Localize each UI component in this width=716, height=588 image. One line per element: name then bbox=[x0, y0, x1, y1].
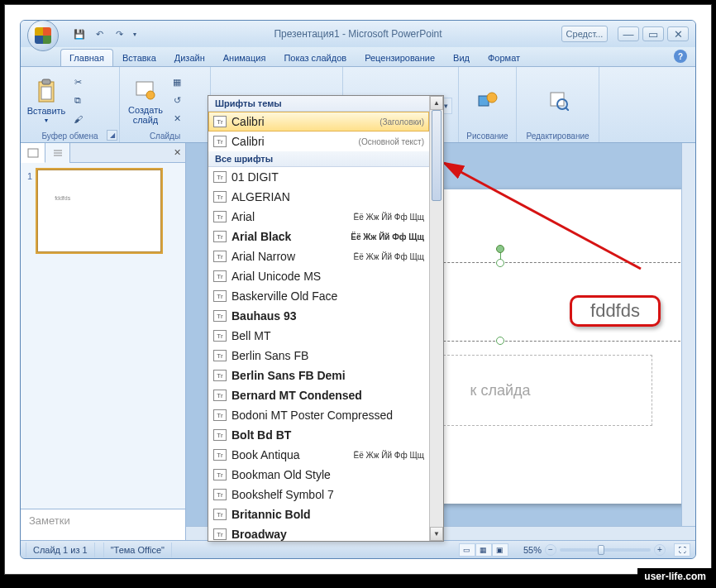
reset-button[interactable]: ↺ bbox=[168, 93, 186, 109]
truetype-icon: Tr bbox=[213, 330, 227, 342]
font-item[interactable]: TrBookshelf Symbol 7 bbox=[208, 485, 429, 504]
font-item[interactable]: TrALGERIAN bbox=[208, 187, 429, 207]
delete-button[interactable]: ✕ bbox=[168, 111, 186, 127]
clipboard-launcher[interactable]: ◢ bbox=[107, 130, 117, 141]
slides-tab[interactable] bbox=[21, 143, 45, 163]
font-item[interactable]: Tr01 DIGIT bbox=[208, 167, 429, 187]
tab-review[interactable]: Рецензирование bbox=[356, 49, 444, 66]
format-painter-button[interactable]: 🖌 bbox=[69, 111, 87, 127]
paste-button[interactable]: Вставить ▼ bbox=[27, 74, 65, 128]
zoom-in-button[interactable]: + bbox=[654, 544, 666, 556]
svg-line-14 bbox=[444, 163, 641, 269]
svg-point-6 bbox=[487, 93, 497, 103]
save-button[interactable]: 💾 bbox=[70, 25, 88, 43]
truetype-icon: Tr bbox=[213, 211, 227, 222]
cut-button[interactable]: ✂ bbox=[69, 74, 87, 91]
redo-button[interactable]: ↷ bbox=[110, 25, 128, 43]
font-item[interactable]: TrArial Unicode MS bbox=[208, 266, 429, 286]
font-item[interactable]: TrBauhaus 93 bbox=[208, 306, 429, 326]
qat-customize-button[interactable]: ▾ bbox=[130, 25, 140, 43]
tab-view[interactable]: Вид bbox=[444, 49, 479, 66]
font-item[interactable]: TrBolt Bd BT bbox=[208, 425, 429, 445]
fit-button[interactable]: ⛶ bbox=[674, 543, 690, 557]
copy-button[interactable]: ⧉ bbox=[69, 93, 87, 109]
font-item[interactable]: TrBritannic Bold bbox=[208, 504, 429, 524]
font-item[interactable]: TrBaskerville Old Face bbox=[208, 286, 429, 306]
layout-button[interactable]: ▦ bbox=[168, 74, 186, 91]
editing-button[interactable] bbox=[531, 74, 585, 128]
tab-slideshow[interactable]: Показ слайдов bbox=[274, 49, 356, 66]
font-item[interactable]: TrBernard MT Condensed bbox=[208, 385, 429, 405]
help-icon[interactable]: ? bbox=[674, 50, 687, 63]
zoom-thumb[interactable] bbox=[598, 545, 604, 555]
truetype-icon: Tr bbox=[213, 390, 227, 401]
font-name: Bookman Old Style bbox=[232, 468, 331, 481]
font-name: Baskerville Old Face bbox=[232, 289, 337, 303]
truetype-icon: Tr bbox=[213, 270, 227, 282]
tab-design[interactable]: Дизайн bbox=[165, 49, 214, 66]
ribbon-tabs: Главная Вставка Дизайн Анимация Показ сл… bbox=[21, 47, 695, 67]
font-sample: Ёё Жж Йй Фф Щщ bbox=[354, 252, 424, 261]
contextual-tab-tools[interactable]: Средст... bbox=[561, 26, 608, 42]
status-slide-count: Слайд 1 из 1 bbox=[26, 543, 95, 557]
thumb-title-text: fddfds bbox=[55, 195, 70, 201]
drawing-button[interactable] bbox=[465, 74, 509, 128]
panel-close-button[interactable]: ✕ bbox=[169, 143, 185, 162]
font-item[interactable]: TrArial BlackЁё Жж Йй Фф Щщ bbox=[208, 227, 429, 246]
font-item[interactable]: TrBerlin Sans FB Demi bbox=[208, 366, 429, 385]
zoom-out-button[interactable]: − bbox=[545, 544, 556, 556]
truetype-icon: Tr bbox=[213, 171, 227, 183]
truetype-icon: Tr bbox=[213, 350, 227, 361]
watermark: user-life.com bbox=[637, 568, 713, 585]
font-item[interactable]: TrBell MT bbox=[208, 326, 429, 346]
font-item[interactable]: TrArialЁё Жж Йй Фф Щщ bbox=[208, 207, 429, 227]
restore-button[interactable]: ▭ bbox=[642, 26, 664, 41]
font-name: Bell MT bbox=[232, 329, 270, 342]
tab-format[interactable]: Формат bbox=[479, 49, 529, 66]
new-slide-button[interactable]: Создать слайд bbox=[126, 74, 165, 128]
normal-view-button[interactable]: ▭ bbox=[459, 543, 475, 557]
sorter-view-button[interactable]: ▦ bbox=[475, 543, 492, 557]
slideshow-view-button[interactable]: ▣ bbox=[492, 543, 508, 557]
font-item[interactable]: TrBook AntiquaЁё Жж Йй Фф Щщ bbox=[208, 445, 429, 465]
tab-home[interactable]: Главная bbox=[60, 49, 113, 66]
scroll-up-button[interactable]: ▲ bbox=[430, 96, 443, 110]
tab-insert[interactable]: Вставка bbox=[113, 49, 165, 66]
font-item[interactable]: TrCalibri(Заголовки) bbox=[208, 112, 429, 131]
minimize-button[interactable]: — bbox=[618, 26, 639, 41]
zoom-slider[interactable] bbox=[560, 548, 651, 552]
tab-animation[interactable]: Анимация bbox=[214, 49, 275, 66]
dropdown-scrollbar[interactable]: ▲ ▼ bbox=[429, 96, 443, 541]
font-item[interactable]: TrBookman Old Style bbox=[208, 465, 429, 485]
font-name: Arial Unicode MS bbox=[232, 270, 321, 283]
statusbar: Слайд 1 из 1 "Тема Office" ▭ ▦ ▣ 55% − +… bbox=[21, 540, 695, 558]
slide-thumbnail[interactable]: fddfds bbox=[37, 170, 161, 252]
font-item[interactable]: TrArial NarrowЁё Жж Йй Фф Щщ bbox=[208, 246, 429, 266]
office-button[interactable] bbox=[27, 20, 59, 51]
notes-pane[interactable]: Заметки bbox=[21, 509, 186, 540]
outline-tab[interactable] bbox=[45, 143, 70, 163]
vertical-scrollbar[interactable] bbox=[681, 143, 695, 526]
shapes-icon bbox=[477, 89, 499, 112]
truetype-icon: Tr bbox=[213, 489, 227, 500]
paste-icon bbox=[35, 78, 58, 104]
new-slide-icon bbox=[134, 77, 157, 103]
font-dropdown[interactable]: Шрифты темы TrCalibri(Заголовки)TrCalibr… bbox=[208, 95, 444, 542]
truetype-icon: Tr bbox=[213, 231, 227, 242]
truetype-icon: Tr bbox=[213, 136, 227, 147]
truetype-icon: Tr bbox=[213, 429, 227, 441]
drawing-group-label: Рисование bbox=[465, 131, 509, 141]
font-item[interactable]: TrCalibri(Основной текст) bbox=[208, 131, 429, 151]
close-button[interactable]: ✕ bbox=[667, 26, 689, 41]
truetype-icon: Tr bbox=[213, 116, 227, 127]
font-name: Bernard MT Condensed bbox=[232, 389, 362, 402]
undo-button[interactable]: ↶ bbox=[90, 25, 108, 43]
svg-point-4 bbox=[146, 91, 155, 99]
find-icon bbox=[547, 89, 569, 112]
font-item[interactable]: TrBerlin Sans FB bbox=[208, 346, 429, 366]
scroll-thumb[interactable] bbox=[432, 110, 442, 201]
font-item[interactable]: TrBodoni MT Poster Compressed bbox=[208, 405, 429, 425]
scroll-down-button[interactable]: ▼ bbox=[430, 527, 443, 541]
font-item[interactable]: TrBroadway bbox=[208, 524, 429, 541]
app-window: 💾 ↶ ↷ ▾ Презентация1 - Microsoft PowerPo… bbox=[20, 20, 696, 559]
